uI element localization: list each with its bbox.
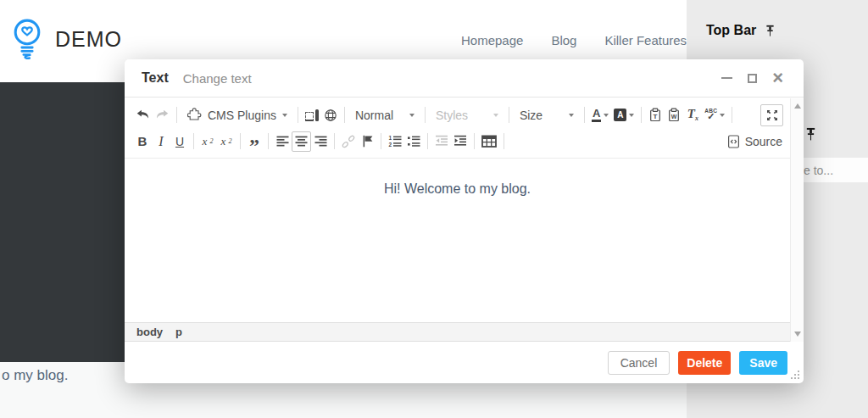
ol-marker-2: 2 bbox=[389, 142, 392, 148]
toolbar-separator bbox=[584, 107, 585, 123]
subscript-button[interactable]: x2 bbox=[198, 131, 217, 152]
topbar-panel-header: Top Bar bbox=[706, 23, 776, 38]
indent-icon bbox=[453, 135, 467, 148]
paste-from-word-button[interactable]: W bbox=[665, 105, 683, 125]
paste-word-letter: W bbox=[671, 114, 677, 120]
scroll-down-arrow-icon[interactable] bbox=[794, 332, 801, 337]
align-left-icon bbox=[276, 136, 289, 147]
lightbulb-heart-logo-icon bbox=[10, 15, 44, 64]
background-color-icon: A bbox=[614, 109, 626, 121]
widget-list-item-label: e to... bbox=[804, 164, 833, 177]
numbered-list-icon: 1 2 bbox=[388, 135, 402, 148]
remove-format-button[interactable]: Tx bbox=[683, 105, 702, 125]
size-label: Size bbox=[520, 109, 542, 122]
spellcheck-icon: ABC ✓ bbox=[704, 109, 717, 122]
paste-word-icon: W bbox=[667, 108, 681, 122]
paste-as-text-button[interactable]: T bbox=[646, 105, 665, 125]
widget-list-item[interactable]: e to... bbox=[802, 158, 868, 182]
unlink-button[interactable] bbox=[339, 131, 358, 152]
flag-button[interactable] bbox=[358, 131, 376, 152]
toolbar-separator bbox=[504, 133, 504, 149]
toolbar-row-2: B I U x2 x2 ” bbox=[133, 128, 785, 154]
dialog-titlebar[interactable]: Text Change text × bbox=[125, 59, 804, 98]
path-element-body[interactable]: body bbox=[136, 326, 163, 338]
editor-toolbar: CMS Plugins Normal bbox=[125, 98, 790, 159]
insert-table-button[interactable] bbox=[479, 131, 499, 152]
window-controls: × bbox=[721, 72, 787, 84]
pushpin-icon[interactable] bbox=[764, 25, 776, 37]
paragraph-format-dropdown[interactable]: Normal bbox=[349, 105, 420, 125]
numbered-list-button[interactable]: 1 2 bbox=[386, 131, 404, 152]
superscript-button[interactable]: x2 bbox=[217, 131, 236, 152]
toolbar-separator bbox=[427, 133, 428, 149]
text-color-button[interactable]: A bbox=[589, 105, 611, 125]
dialog-subtitle: Change text bbox=[183, 71, 252, 86]
path-element-p[interactable]: p bbox=[175, 326, 182, 338]
toolbar-separator bbox=[509, 107, 509, 123]
decrease-indent-button[interactable] bbox=[432, 131, 451, 152]
toolbar-separator bbox=[641, 107, 642, 123]
bulleted-list-button[interactable] bbox=[404, 131, 423, 152]
blockquote-button[interactable]: ” bbox=[245, 131, 264, 152]
nav-homepage[interactable]: Homepage bbox=[461, 33, 523, 47]
nav-killer-features-label: Killer Features bbox=[604, 33, 687, 47]
toolbar-row-1: CMS Plugins Normal bbox=[133, 102, 785, 128]
minimize-button[interactable] bbox=[721, 77, 732, 79]
unlink-icon bbox=[342, 135, 355, 148]
editor-scrollbar[interactable] bbox=[790, 98, 804, 342]
bold-button[interactable]: B bbox=[133, 131, 152, 152]
nav-killer-features[interactable]: Killer Features bbox=[604, 33, 698, 47]
maximize-window-button[interactable] bbox=[748, 74, 757, 83]
increase-indent-button[interactable] bbox=[451, 131, 470, 152]
nav-blog[interactable]: Blog bbox=[551, 33, 576, 47]
align-left-button[interactable] bbox=[273, 131, 292, 152]
cms-plugins-dropdown[interactable]: CMS Plugins bbox=[181, 105, 293, 125]
container-icon bbox=[305, 109, 319, 121]
nav-blog-label: Blog bbox=[551, 33, 576, 47]
scroll-up-arrow-icon[interactable] bbox=[794, 103, 801, 109]
dialog-body: CMS Plugins Normal bbox=[125, 98, 804, 342]
flag-icon bbox=[361, 135, 374, 148]
editor-paragraph[interactable]: Hi! Welcome to my blog. bbox=[125, 181, 790, 197]
bulleted-list-icon bbox=[407, 135, 420, 148]
pushpin-icon[interactable] bbox=[804, 127, 818, 142]
source-label: Source bbox=[745, 135, 782, 148]
italic-button[interactable]: I bbox=[152, 131, 170, 152]
page-text-partial: o my blog. bbox=[2, 367, 68, 384]
align-center-button[interactable] bbox=[292, 131, 311, 152]
editor-content[interactable]: Hi! Welcome to my blog. bbox=[125, 159, 790, 324]
dialog-footer: Cancel Delete Save bbox=[125, 342, 804, 383]
save-button[interactable]: Save bbox=[739, 351, 787, 375]
maximize-arrows-icon bbox=[766, 109, 778, 121]
resize-handle[interactable] bbox=[791, 371, 800, 380]
brand-logo[interactable]: DEMO bbox=[10, 15, 122, 64]
create-container-button[interactable] bbox=[303, 105, 321, 125]
text-color-icon: A bbox=[592, 108, 601, 122]
source-button[interactable]: Source bbox=[727, 135, 782, 148]
redo-button[interactable] bbox=[153, 105, 172, 125]
toolbar-separator bbox=[334, 133, 335, 149]
screen: DEMO Homepage Blog Killer Features o my … bbox=[0, 0, 868, 418]
styles-dropdown[interactable]: Styles bbox=[430, 105, 504, 125]
format-label: Normal bbox=[355, 109, 393, 122]
redo-icon bbox=[155, 109, 170, 120]
delete-button[interactable]: Delete bbox=[678, 351, 731, 375]
source-code-icon bbox=[727, 135, 740, 148]
language-button[interactable] bbox=[321, 105, 340, 125]
toolbar-separator bbox=[732, 107, 732, 123]
underline-button[interactable]: U bbox=[170, 131, 189, 152]
undo-button[interactable] bbox=[133, 105, 153, 125]
cancel-button[interactable]: Cancel bbox=[608, 351, 670, 375]
close-button[interactable]: × bbox=[772, 72, 783, 84]
maximize-editor-button[interactable] bbox=[760, 104, 783, 126]
brand-name: DEMO bbox=[55, 27, 122, 52]
puzzle-icon bbox=[187, 108, 202, 122]
background-color-button[interactable]: A bbox=[611, 105, 637, 125]
toolbar-separator bbox=[240, 133, 241, 149]
paste-text-letter: T bbox=[654, 113, 658, 120]
chevron-down-icon bbox=[604, 114, 609, 117]
toolbar-separator bbox=[268, 133, 269, 149]
spellcheck-button[interactable]: ABC ✓ bbox=[702, 105, 727, 125]
align-right-button[interactable] bbox=[311, 131, 330, 152]
font-size-dropdown[interactable]: Size bbox=[514, 105, 580, 125]
